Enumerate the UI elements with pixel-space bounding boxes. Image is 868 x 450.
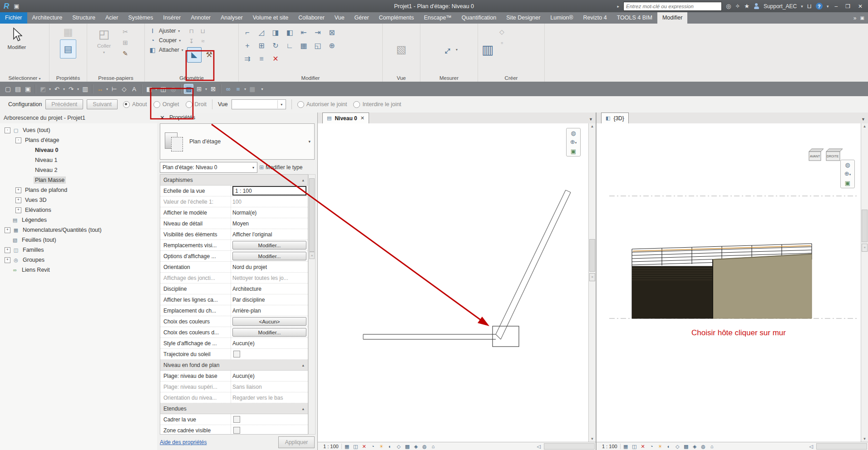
expand-icon[interactable]: + bbox=[5, 257, 10, 263]
view-tab-3d[interactable]: ◧ {3D} bbox=[601, 112, 629, 123]
switch-windows-icon[interactable]: ⊞ bbox=[195, 84, 203, 93]
property-value-checkbox[interactable] bbox=[233, 416, 240, 423]
unjoin-icon[interactable]: ⊠ bbox=[327, 27, 337, 38]
section-niveau-en-fond-de-plan[interactable]: Niveau en fond de plan▴ bbox=[160, 360, 308, 371]
property-value-checkbox[interactable] bbox=[233, 427, 240, 434]
apply-button[interactable]: Appliquer bbox=[278, 436, 315, 448]
trim-extend-multiple-icon[interactable]: ≡ bbox=[256, 54, 266, 64]
mirror-draw-axis-icon[interactable]: ◧ bbox=[285, 27, 295, 38]
tree-item-vues-3d[interactable]: +Vues 3D bbox=[3, 195, 157, 205]
close-hidden-windows-icon[interactable]: ⊠ bbox=[209, 84, 217, 93]
redo-caret-icon[interactable]: ▾ bbox=[77, 87, 79, 91]
collapse-icon[interactable]: - bbox=[5, 127, 10, 133]
properties-close-icon[interactable]: ✕ bbox=[160, 114, 165, 121]
reveal-hidden-elements-icon-right[interactable]: ◍ bbox=[700, 443, 707, 450]
join-geometry-caret-icon[interactable]: ▾ bbox=[182, 48, 183, 52]
customize-qat-icon[interactable]: ▾ bbox=[258, 84, 266, 93]
type-selector[interactable]: Plan d'étage ▾ bbox=[160, 123, 315, 160]
expand-icon[interactable]: + bbox=[5, 247, 10, 253]
view-scale[interactable]: 1 : 100 bbox=[321, 444, 342, 449]
paste-button[interactable]: ◰ Coller ▾ bbox=[91, 26, 117, 73]
section-collapse-icon[interactable]: ▴ bbox=[302, 363, 308, 367]
copy-icon[interactable]: ⊞ bbox=[121, 39, 130, 47]
property-value-input[interactable]: 1 : 100 bbox=[232, 186, 306, 196]
radio-droit[interactable]: Droit bbox=[186, 101, 207, 108]
ribbon-tab-collaborer[interactable]: Collaborer bbox=[293, 12, 330, 24]
pin-icon[interactable]: ⊕ bbox=[327, 40, 337, 51]
ribbon-cycle-icon[interactable]: » bbox=[853, 15, 857, 21]
create-similar-icon[interactable]: ◇ bbox=[497, 28, 506, 36]
tree-item-nomenclatures-quantit-s-tout[interactable]: +▦Nomenclatures/Quantités (tout) bbox=[3, 225, 157, 235]
view-tab-close-icon[interactable]: ✕ bbox=[360, 115, 365, 121]
view-list-caret-icon[interactable]: ▼ bbox=[586, 117, 596, 123]
user-interface-caret-icon[interactable]: ▾ bbox=[244, 87, 246, 91]
default-3d-view-caret-icon[interactable]: ▾ bbox=[155, 87, 157, 91]
family-editor-icon[interactable]: ▦ bbox=[248, 84, 256, 93]
ribbon-tab-annoter[interactable]: Annoter bbox=[186, 12, 216, 24]
property-value-button[interactable]: <Aucun> bbox=[232, 317, 306, 326]
create-assembly-icon[interactable]: ▫ bbox=[497, 39, 506, 47]
ribbon-tab-acier[interactable]: Acier bbox=[100, 12, 123, 24]
account-name[interactable]: Support_AEC bbox=[764, 3, 797, 10]
property-value-button[interactable]: Modifier... bbox=[232, 241, 306, 249]
3d-vertical-scrollbar[interactable]: ▲ ≡ ▼ bbox=[861, 123, 868, 442]
property-value-button[interactable]: Modifier... bbox=[232, 328, 306, 337]
ribbon-tab-ins-rer[interactable]: Insérer bbox=[158, 12, 186, 24]
ribbon-tab-modifier[interactable]: Modifier bbox=[657, 12, 687, 24]
move-icon[interactable]: + bbox=[242, 40, 252, 51]
demolish-icon[interactable]: ⚒ bbox=[204, 48, 215, 62]
section-collapse-icon[interactable]: ▴ bbox=[302, 406, 308, 411]
sun-path-icon-right[interactable]: ◔ bbox=[648, 443, 655, 450]
instance-selector-dropdown[interactable]: Plan d'étage: Niveau 0▾ bbox=[160, 162, 257, 173]
next-button[interactable]: Suivant bbox=[87, 99, 118, 109]
navigation-bar-left[interactable]: ◍ ⊕▾ ▣ bbox=[566, 128, 581, 157]
ribbon-tab-g-rer[interactable]: Gérer bbox=[350, 12, 374, 24]
properties-help-link[interactable]: Aide des propriétés bbox=[160, 439, 207, 445]
type-selector-caret-icon[interactable]: ▾ bbox=[308, 139, 311, 144]
pan-left-icon[interactable]: ◁ bbox=[535, 443, 542, 450]
search-input[interactable] bbox=[623, 2, 722, 11]
previous-button[interactable]: Précédent bbox=[45, 99, 83, 109]
ribbon-tab-volume-et-site[interactable]: Volume et site bbox=[248, 12, 294, 24]
ribbon-display-icon[interactable]: ▣ bbox=[860, 15, 864, 20]
analytical-model-icon-left[interactable]: ⌂ bbox=[430, 443, 437, 450]
wall-joins-icon[interactable]: ≈ bbox=[198, 37, 207, 45]
temporary-hide-isolate-icon-right[interactable]: ◈ bbox=[691, 443, 698, 450]
shadows-icon-right[interactable]: ◐ bbox=[666, 443, 672, 450]
section-graphismes[interactable]: Graphismes▴ bbox=[160, 175, 308, 186]
property-value-button[interactable]: Modifier... bbox=[232, 252, 306, 260]
manage-links-icon[interactable]: ∞ bbox=[224, 84, 232, 93]
temporary-hide-isolate-icon-left[interactable]: ◈ bbox=[413, 443, 419, 450]
default-3d-view-icon[interactable]: ◧ bbox=[145, 84, 153, 93]
aligned-dimension-icon[interactable]: ⊢ bbox=[110, 84, 118, 93]
measure-icon[interactable]: ↔ bbox=[96, 84, 104, 93]
ribbon-tab-compl-ments[interactable]: Compléments bbox=[374, 12, 419, 24]
text-icon[interactable]: A bbox=[130, 84, 138, 93]
view-scale-3d[interactable]: 1 : 100 bbox=[599, 444, 621, 449]
sun-path-icon-left[interactable]: ◔ bbox=[370, 443, 376, 450]
ribbon-tab-quantification[interactable]: Quantification bbox=[457, 12, 501, 24]
measure-caret-icon[interactable]: ▾ bbox=[106, 87, 108, 91]
tree-item-vues-tout[interactable]: -▢Vues (tout) bbox=[3, 125, 157, 135]
help-caret-icon[interactable]: ▾ bbox=[827, 4, 829, 9]
split-with-gap-icon[interactable]: ⇥ bbox=[313, 27, 323, 38]
property-value-checkbox[interactable] bbox=[233, 351, 240, 357]
undo-caret-icon[interactable]: ▾ bbox=[63, 87, 65, 91]
thin-lines-icon[interactable]: ▨ bbox=[184, 84, 193, 94]
app-window-icon[interactable]: ▣ bbox=[14, 3, 19, 10]
tree-item-feuilles-tout[interactable]: ▧Feuilles (tout) bbox=[3, 235, 157, 245]
view-list-caret-icon-right[interactable]: ▼ bbox=[858, 117, 868, 123]
communication-center-icon[interactable]: ✧ bbox=[735, 3, 740, 9]
ribbon-tab-enscape[interactable]: Enscape™ bbox=[419, 12, 457, 24]
save-icon[interactable]: ▣ bbox=[24, 84, 32, 93]
reveal-hidden-elements-icon-left[interactable]: ◍ bbox=[421, 443, 428, 450]
tree-item-groupes[interactable]: +◎Groupes bbox=[3, 255, 157, 265]
crop-view-icon-left[interactable]: ◇ bbox=[395, 443, 402, 450]
visual-style-icon-right[interactable]: ▦ bbox=[622, 443, 629, 450]
tree-item-plans-de-plafond[interactable]: +Plans de plafond bbox=[3, 185, 157, 195]
search-icon[interactable]: ◎ bbox=[726, 3, 731, 9]
steering-wheel-icon[interactable]: ◍ bbox=[571, 130, 576, 137]
edit-type-button[interactable]: ⊞ Modifier le type bbox=[259, 164, 302, 171]
scale-icon[interactable]: ◱ bbox=[313, 40, 323, 51]
offset-icon[interactable]: ◿ bbox=[256, 27, 266, 38]
